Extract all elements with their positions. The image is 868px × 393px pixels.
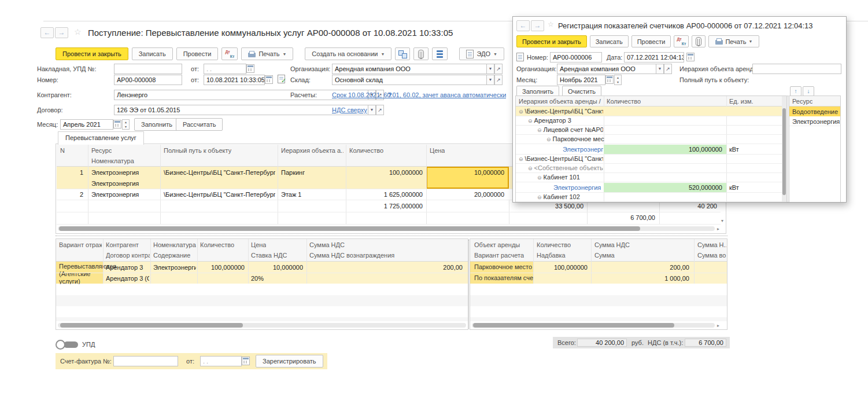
forward-icon[interactable]: → bbox=[531, 20, 544, 31]
scrollbar-thumb[interactable] bbox=[782, 108, 786, 195]
date-input[interactable]: 10.08.2021 10:33:05 bbox=[204, 75, 265, 85]
invoice-number-input[interactable] bbox=[113, 356, 178, 366]
cell-resource[interactable]: Электроэнергия bbox=[91, 191, 139, 198]
tree-node[interactable]: ⊖ \Бизнес-Центры\БЦ "Санкт-Петербург"\Э.… bbox=[519, 155, 603, 162]
number-input[interactable]: АР00-000008 bbox=[114, 75, 182, 85]
invoice-date-input[interactable]: . . bbox=[204, 64, 246, 74]
upd-toggle-track[interactable] bbox=[64, 341, 78, 348]
organization-open-icon[interactable]: ↗ bbox=[494, 64, 503, 74]
month-input[interactable]: Апрель 2021 bbox=[60, 119, 113, 130]
write-button[interactable]: Записать bbox=[590, 35, 629, 47]
vat-link[interactable]: НДС сверху bbox=[332, 106, 367, 113]
organization-input[interactable]: Арендная компания ООО bbox=[557, 64, 656, 74]
organization-open-icon[interactable]: ↗ bbox=[664, 64, 672, 74]
calendar-icon[interactable] bbox=[686, 53, 695, 61]
edo-button[interactable]: ЭДО▼ bbox=[459, 47, 504, 60]
collapse-icon[interactable]: ⊖ bbox=[546, 137, 551, 142]
scroll-down-icon[interactable]: ▾ bbox=[721, 218, 723, 223]
warehouse-open-icon[interactable]: ↗ bbox=[494, 75, 503, 85]
scroll-right-icon[interactable]: ▸ bbox=[717, 226, 719, 232]
tree-node[interactable]: ⊖ Арендатор 3 bbox=[528, 117, 603, 124]
cell-nomenclature[interactable]: Электроэнергия bbox=[91, 180, 139, 187]
cell-path[interactable]: \Бизнес-Центры\БЦ "Санкт-Петербург"\ bbox=[164, 191, 275, 198]
organization-dropdown-icon[interactable]: ▼ bbox=[486, 64, 494, 74]
post-button[interactable]: Провести bbox=[176, 47, 219, 60]
calendar-icon[interactable] bbox=[113, 120, 121, 128]
post-button[interactable]: Провести bbox=[631, 35, 671, 47]
collapse-icon[interactable]: ⊖ bbox=[519, 156, 523, 162]
month-stepper[interactable]: ▴▾ bbox=[614, 75, 622, 85]
cell-quantity[interactable]: 100,000000 bbox=[198, 264, 245, 271]
list-item[interactable]: Электроэнергия bbox=[789, 116, 840, 126]
invoice-date-input[interactable]: . . bbox=[200, 356, 242, 366]
splitter[interactable] bbox=[788, 96, 788, 202]
post-and-close-button[interactable]: Провести и закрыть bbox=[516, 35, 587, 47]
calendar-icon[interactable] bbox=[242, 357, 250, 365]
warehouse-dropdown-icon[interactable]: ▼ bbox=[486, 75, 494, 85]
cell-resource[interactable]: Электроэнергия bbox=[91, 169, 139, 176]
register-button[interactable]: Зарегистрировать bbox=[256, 355, 323, 368]
cell-quantity[interactable]: 100,000000 bbox=[534, 264, 588, 271]
back-icon[interactable]: ← bbox=[516, 20, 530, 31]
move-up-button[interactable]: ↑ bbox=[790, 86, 801, 96]
contract-dropdown-icon[interactable]: ▼ bbox=[368, 105, 376, 115]
related-documents-button[interactable] bbox=[395, 47, 410, 60]
fill-button[interactable]: Заполнить bbox=[134, 118, 179, 131]
tree-node[interactable]: ⊖ Кабинет 101 bbox=[537, 174, 603, 181]
tree-node[interactable]: ⊖ <Собственные объекты аренды> bbox=[528, 164, 603, 171]
dt-kt-button[interactable]: ДтКт bbox=[674, 35, 689, 47]
cell-quantity[interactable]: 100,000000 bbox=[347, 169, 423, 176]
scrollbar-thumb[interactable] bbox=[473, 323, 674, 328]
organization-dropdown-icon[interactable]: ▼ bbox=[656, 64, 664, 74]
splitter[interactable] bbox=[56, 236, 727, 236]
scrollbar-thumb[interactable] bbox=[59, 226, 640, 231]
cell-vat-sum[interactable]: 200,00 bbox=[594, 264, 689, 271]
cell-hierarchy[interactable]: Паркинг bbox=[281, 169, 305, 176]
print-button[interactable]: Печать▼ bbox=[241, 47, 293, 60]
splitter[interactable] bbox=[468, 240, 469, 329]
collapse-icon[interactable]: ⊖ bbox=[537, 127, 542, 133]
move-down-button[interactable]: ↓ bbox=[803, 86, 814, 96]
print-button[interactable]: Печать▼ bbox=[708, 35, 759, 47]
tree-node[interactable]: ⊖ Кабинет 102 bbox=[537, 193, 603, 200]
cell-lease-object[interactable]: Парковочное место bbox=[470, 262, 533, 273]
post-and-close-button[interactable]: Провести и закрыть bbox=[56, 47, 128, 60]
write-button[interactable]: Записать bbox=[132, 47, 173, 60]
month-input[interactable]: Ноябрь 2021 bbox=[557, 75, 605, 85]
tree-leaf[interactable]: Электроэнергия bbox=[553, 184, 603, 191]
favorite-star-icon[interactable]: ☆ bbox=[74, 27, 82, 36]
hierarchy-input[interactable] bbox=[752, 64, 841, 74]
favorite-star-icon[interactable]: ☆ bbox=[548, 20, 554, 28]
scrollbar-thumb[interactable] bbox=[60, 323, 243, 328]
calendar-icon[interactable] bbox=[265, 75, 273, 84]
cell-quantity[interactable]: 1 625,000000 bbox=[347, 191, 423, 198]
cell-path[interactable]: \Бизнес-Центры\БЦ "Санкт-Петербург"\ bbox=[164, 169, 275, 176]
contract-input[interactable]: 126 ЭЭ от 01.05.2015 bbox=[114, 105, 368, 115]
tree-leaf[interactable]: Электроэнергия bbox=[563, 146, 603, 153]
dt-kt-button[interactable]: ДтКт bbox=[221, 47, 238, 60]
cell-price[interactable]: 20,000000 bbox=[429, 191, 504, 198]
number-input[interactable]: АР00-000006 bbox=[550, 52, 602, 63]
reports-button[interactable] bbox=[432, 47, 448, 60]
tree-node[interactable]: ⊖ Парковочное место bbox=[546, 135, 604, 142]
cell-contractor[interactable]: Арендатор 3 bbox=[106, 264, 149, 271]
back-icon[interactable]: ← bbox=[40, 27, 54, 38]
invoice-upd-input[interactable] bbox=[114, 64, 182, 74]
tree-node[interactable]: ⊖ Лицевой счет №АР00-000003 от 0... bbox=[537, 126, 603, 133]
calendar-icon[interactable] bbox=[605, 75, 614, 84]
cell-vat-rate[interactable]: 20% bbox=[251, 275, 264, 282]
create-from-button[interactable]: Создать на основании▼ bbox=[305, 47, 391, 60]
calendar-icon[interactable] bbox=[246, 64, 254, 73]
list-item[interactable]: Водоотведение bbox=[789, 106, 840, 116]
cell-nomenclature[interactable]: Электроэнергия bbox=[153, 264, 196, 271]
attachments-button[interactable] bbox=[413, 47, 429, 60]
tree-node[interactable]: ⊖ \Бизнес-Центры\БЦ "Санкт-Петербург"\П.… bbox=[519, 108, 603, 115]
cell-sum[interactable]: 1 000,00 bbox=[594, 275, 689, 282]
cell-hierarchy[interactable]: Этаж 1 bbox=[281, 191, 301, 198]
cell-price[interactable]: 10,000000 bbox=[249, 264, 303, 271]
cell-vat-sum[interactable]: 200,00 bbox=[309, 264, 463, 271]
date-input[interactable]: 07.12.2021 12:04:13 bbox=[624, 52, 684, 63]
collapse-icon[interactable]: ⊖ bbox=[528, 166, 533, 171]
organization-input[interactable]: Арендная компания ООО bbox=[332, 64, 487, 74]
attachments-button[interactable] bbox=[692, 35, 706, 47]
